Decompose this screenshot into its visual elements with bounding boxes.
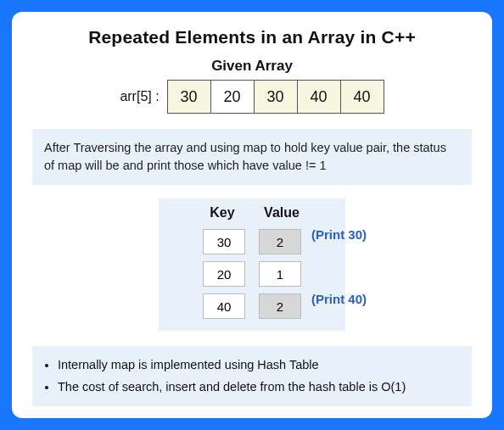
array-subtitle: Given Array	[32, 58, 472, 75]
kv-value-cell: 2	[259, 229, 301, 254]
kv-table: Key Value 30 2 20 1 40 2	[159, 198, 345, 331]
diagram-card: Repeated Elements in an Array in C++ Giv…	[12, 12, 492, 418]
kv-wrapper: Key Value 30 2 20 1 40 2 (Print 30) (Pri…	[99, 198, 405, 331]
bullet-item: Internally map is implemented using Hash…	[58, 356, 458, 373]
kv-value-cell: 2	[259, 293, 301, 319]
kv-header-key: Key	[201, 205, 244, 221]
kv-value-cell: 1	[259, 261, 301, 287]
print-annotation: (Print 30)	[311, 227, 367, 242]
array-cell: 20	[210, 80, 255, 114]
kv-row: 40 2	[203, 293, 301, 319]
array-cell: 40	[340, 80, 384, 114]
array-cell: 30	[167, 80, 211, 114]
array-label: arr[5] :	[120, 89, 159, 104]
kv-row: 30 2	[203, 229, 301, 254]
array-cells: 30 20 30 40 40	[168, 80, 384, 114]
kv-key-cell: 40	[203, 293, 245, 319]
kv-header-value: Value	[260, 205, 303, 221]
bullet-box: Internally map is implemented using Hash…	[32, 346, 472, 406]
page-title: Repeated Elements in an Array in C++	[32, 27, 472, 47]
kv-key-cell: 20	[203, 261, 245, 287]
kv-header: Key Value	[201, 205, 303, 221]
array-cell: 30	[254, 80, 298, 114]
kv-key-cell: 30	[203, 229, 245, 254]
print-annotation: (Print 40)	[311, 292, 367, 306]
array-row: arr[5] : 30 20 30 40 40	[32, 80, 472, 114]
kv-row: 20 1	[203, 261, 301, 287]
array-cell: 40	[297, 80, 341, 114]
bullet-item: The cost of search, insert and delete fr…	[58, 378, 458, 395]
explanation-box: After Traversing the array and using map…	[32, 129, 472, 185]
